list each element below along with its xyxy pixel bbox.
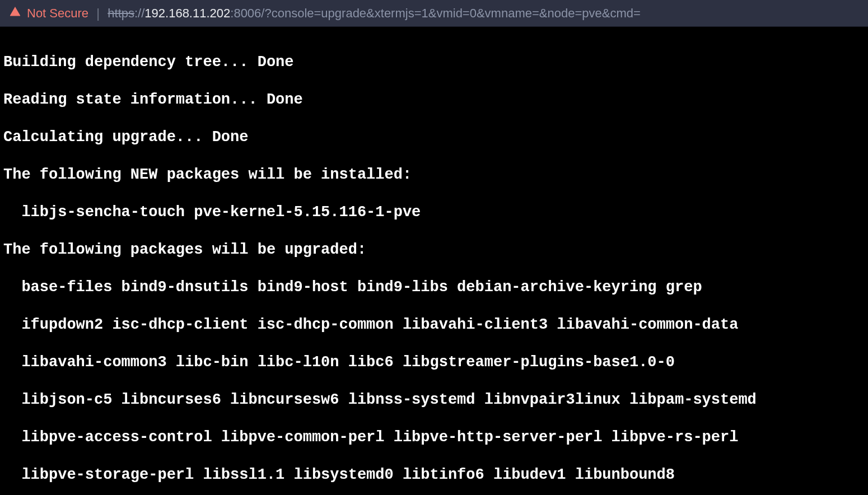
terminal-line: Reading state information... Done: [3, 91, 865, 109]
url-protocol: https: [108, 6, 134, 21]
upgraded-heading: The following packages will be upgraded:: [3, 241, 865, 259]
terminal-line: Calculating upgrade... Done: [3, 128, 865, 147]
new-packages-line: libjs-sencha-touch pve-kernel-5.15.116-1…: [3, 203, 865, 222]
terminal-output[interactable]: Building dependency tree... Done Reading…: [0, 27, 868, 495]
terminal-line: The following NEW packages will be insta…: [3, 166, 865, 184]
url-slashes: ://: [134, 6, 144, 21]
warning-icon: [10, 7, 20, 20]
upgraded-package-line: libjson-c5 libncurses6 libncursesw6 libn…: [3, 391, 865, 409]
separator: |: [96, 6, 100, 21]
upgraded-package-line: base-files bind9-dnsutils bind9-host bin…: [3, 278, 865, 297]
address-bar[interactable]: Not Secure | https://192.168.11.202:8006…: [0, 0, 868, 27]
terminal-line: Building dependency tree... Done: [3, 53, 865, 72]
url-host: 192.168.11.202: [144, 6, 230, 21]
url-port-path: :8006/?console=upgrade&xtermjs=1&vmid=0&…: [230, 6, 641, 21]
not-secure-label: Not Secure: [27, 6, 88, 21]
upgraded-package-line: libpve-access-control libpve-common-perl…: [3, 428, 865, 447]
upgraded-package-line: ifupdown2 isc-dhcp-client isc-dhcp-commo…: [3, 316, 865, 334]
url-display[interactable]: https://192.168.11.202:8006/?console=upg…: [108, 6, 641, 21]
upgraded-package-line: libavahi-common3 libc-bin libc-l10n libc…: [3, 353, 865, 372]
upgraded-package-line: libpve-storage-perl libssl1.1 libsystemd…: [3, 466, 865, 484]
